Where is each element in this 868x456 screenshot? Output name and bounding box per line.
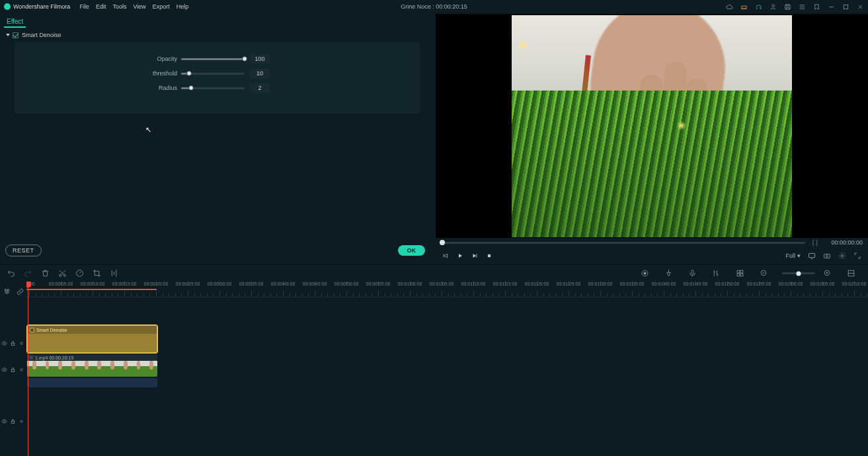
effect-section-header[interactable]: Smart Denoise [0, 28, 434, 42]
project-title: Grine Noce : 00:00:20:15 [401, 3, 467, 10]
zoom-fit-icon[interactable] [846, 268, 856, 279]
video-clip[interactable]: 1.mp4 00:00:20:15 [27, 354, 157, 377]
radius-value[interactable]: 2 [250, 83, 270, 93]
lock-icon[interactable] [10, 340, 16, 346]
link-icon[interactable] [17, 288, 24, 295]
audio-adjust-icon[interactable] [108, 268, 119, 279]
headphones-icon[interactable] [754, 3, 762, 11]
menu-help[interactable]: Help [177, 3, 189, 10]
threshold-label: threshold [28, 70, 181, 77]
preview-quality-dropdown[interactable]: Full▾ [785, 252, 801, 259]
threshold-slider[interactable] [181, 73, 245, 75]
crown-icon[interactable] [740, 3, 748, 11]
menu-file[interactable]: File [79, 3, 89, 10]
timeline-ruler[interactable]: 00:0000:00:05:0000:00:10:0000:00:15:0000… [26, 282, 868, 297]
snapshot-icon[interactable] [822, 252, 831, 260]
bookmark-icon[interactable] [812, 3, 820, 11]
minimize-icon[interactable] [827, 3, 835, 11]
svg-point-0 [771, 4, 774, 7]
menubar: Wondershare Filmora File Edit Tools View… [0, 0, 868, 13]
save-icon[interactable] [783, 3, 791, 11]
svg-point-7 [841, 255, 843, 257]
next-frame-icon[interactable] [470, 251, 479, 260]
opacity-value[interactable]: 100 [250, 54, 270, 63]
undo-icon[interactable] [5, 268, 16, 279]
playhead[interactable] [28, 282, 28, 456]
magnet-icon[interactable] [3, 288, 11, 295]
svg-rect-13 [691, 270, 693, 274]
record-icon[interactable] [639, 268, 650, 279]
close-icon[interactable] [856, 3, 864, 11]
grid-icon[interactable] [734, 268, 745, 279]
clip-fx-icon [30, 328, 34, 332]
effect-track[interactable]: Smart Denoise [26, 324, 868, 354]
maximize-icon[interactable] [842, 3, 849, 11]
zoom-in-icon[interactable] [822, 268, 832, 279]
lock-icon[interactable] [10, 418, 16, 424]
mixer-icon[interactable] [711, 268, 721, 279]
list-icon[interactable] [798, 3, 806, 11]
cloud-icon[interactable] [725, 3, 733, 11]
marker-icon[interactable] [663, 268, 674, 279]
menu-export[interactable]: Export [153, 3, 170, 10]
zoom-slider[interactable] [782, 272, 815, 274]
menu-tools[interactable]: Tools [112, 3, 126, 10]
target-icon[interactable] [19, 367, 24, 373]
redo-icon[interactable] [22, 268, 33, 279]
user-icon[interactable] [769, 3, 777, 11]
effect-enable-checkbox[interactable] [13, 32, 19, 38]
lock-icon[interactable] [10, 367, 16, 373]
clip-video-icon [29, 356, 33, 360]
svg-point-21 [4, 342, 5, 344]
eye-icon[interactable] [1, 340, 7, 346]
play-icon[interactable] [455, 251, 465, 260]
preview-scrubber[interactable]: { } 00:00:00:00 [434, 238, 868, 247]
cut-icon[interactable] [57, 268, 67, 279]
effect-clip[interactable]: Smart Denoise [27, 325, 157, 353]
target-icon[interactable] [19, 418, 24, 424]
in-out-brackets[interactable]: { } [812, 239, 818, 246]
svg-rect-17 [740, 274, 743, 276]
ok-button[interactable]: OK [398, 245, 426, 256]
timeline-body[interactable]: 00:0000:00:05:0000:00:10:0000:00:15:0000… [26, 282, 868, 456]
target-icon[interactable] [19, 340, 24, 346]
audio-track[interactable] [26, 377, 868, 389]
preview-frame [512, 15, 792, 237]
stop-icon[interactable] [485, 251, 494, 260]
video-track[interactable]: 1.mp4 00:00:20:15 [26, 354, 868, 377]
chevron-down-icon: ▾ [797, 252, 801, 259]
eye-icon[interactable] [1, 418, 7, 424]
radius-slider[interactable] [181, 87, 245, 89]
video-clip-name: 1.mp4 00:00:20:15 [35, 356, 73, 360]
mic-icon[interactable] [687, 268, 697, 279]
opacity-slider[interactable] [181, 58, 245, 60]
prev-frame-icon[interactable] [441, 251, 450, 260]
radius-label: Radius [28, 85, 181, 91]
eye-icon[interactable] [1, 367, 7, 373]
cursor-icon: ↖ [145, 126, 151, 134]
settings-icon[interactable] [838, 252, 846, 260]
menu-view[interactable]: View [133, 3, 145, 10]
zoom-out-icon[interactable] [758, 268, 769, 279]
preview-duration: 00:00:00:00 [822, 239, 863, 246]
svg-rect-16 [737, 274, 740, 276]
svg-rect-3 [488, 254, 491, 257]
crop-icon[interactable] [91, 268, 102, 279]
threshold-value[interactable]: 10 [250, 69, 270, 78]
display-icon[interactable] [807, 252, 816, 260]
app-logo-icon [4, 3, 11, 10]
svg-rect-14 [737, 270, 740, 273]
svg-point-12 [643, 272, 645, 274]
timeline-toolbar [0, 264, 868, 282]
menu-edit[interactable]: Edit [96, 3, 106, 10]
svg-rect-25 [11, 369, 15, 371]
delete-icon[interactable] [40, 268, 50, 279]
audio-clip[interactable] [27, 378, 157, 387]
expand-icon[interactable] [853, 252, 861, 260]
effect-clip-name: Smart Denoise [36, 328, 67, 332]
tab-effect[interactable]: Effect [4, 18, 26, 28]
svg-rect-22 [11, 343, 15, 345]
reset-button[interactable]: RESET [5, 245, 42, 256]
speed-icon[interactable] [74, 268, 85, 279]
svg-point-29 [20, 420, 22, 422]
